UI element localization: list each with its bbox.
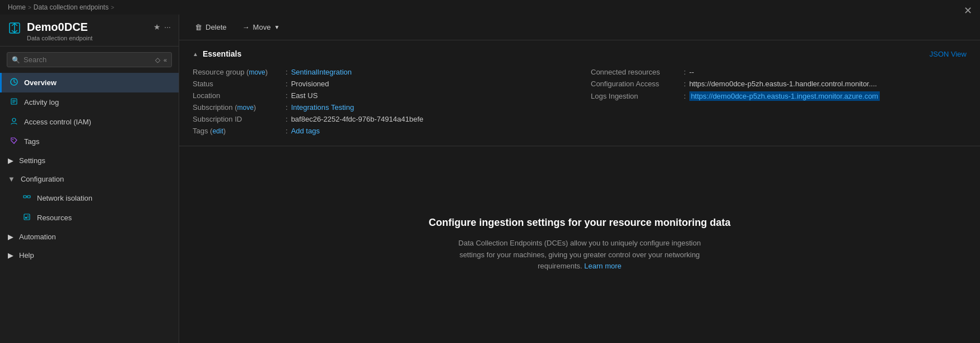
essentials-resource-group-row: Resource group (move) : SentinalIntegrat… (193, 66, 568, 78)
svg-rect-16 (27, 215, 29, 219)
json-view-link[interactable]: JSON View (930, 50, 967, 58)
help-expand-icon: ▶ (8, 251, 13, 259)
move-icon: → (242, 23, 250, 31)
breadcrumb: Home > Data collection endpoints > (0, 0, 980, 15)
location-label: Location (193, 91, 282, 100)
sidebar-item-tags[interactable]: Tags (0, 132, 179, 151)
learn-more-link[interactable]: Learn more (584, 262, 621, 270)
sidebar-item-resources[interactable]: Resources (0, 208, 179, 228)
promo-description: Data Collection Endpoints (DCEs) allow y… (445, 238, 714, 272)
search-box[interactable]: 🔍 ◇ « (7, 52, 172, 67)
essentials-header: ▲ Essentials JSON View (193, 49, 967, 58)
tags-label: Tags (edit) (193, 127, 282, 135)
svg-line-4 (14, 82, 16, 83)
breadcrumb-endpoints[interactable]: Data collection endpoints (34, 3, 109, 11)
overview-label: Overview (24, 78, 57, 87)
connected-resources-value: -- (689, 68, 694, 76)
dce-icon (8, 21, 21, 38)
status-label: Status (193, 80, 282, 88)
resources-icon (22, 213, 31, 223)
delete-icon: 🗑 (195, 23, 202, 31)
essentials-left-col: Resource group (move) : SentinalIntegrat… (193, 66, 568, 137)
sidebar: Demo0DCE Data collection endpoint ★ ··· … (0, 15, 179, 343)
tags-icon (10, 137, 18, 146)
delete-button[interactable]: 🗑 Delete (190, 20, 231, 34)
essentials-subscription-row: Subscription (move) : Integrations Testi… (193, 101, 568, 113)
essentials-connected-resources-row: Connected resources : -- (591, 66, 967, 78)
sidebar-item-help[interactable]: ▶ Help (0, 246, 179, 265)
breadcrumb-sep1: > (28, 4, 31, 11)
network-isolation-label: Network isolation (37, 194, 92, 202)
help-label: Help (19, 251, 34, 259)
sidebar-item-overview[interactable]: Overview (0, 73, 179, 92)
search-collapse-icon[interactable]: « (164, 57, 167, 63)
essentials-subscription-id-row: Subscription ID : baf8ec26-2252-4fdc-976… (193, 113, 568, 125)
essentials-title: Essentials (203, 49, 241, 58)
essentials-grid: Resource group (move) : SentinalIntegrat… (193, 66, 967, 137)
svg-rect-11 (24, 196, 26, 198)
subscription-move-link[interactable]: move (237, 104, 253, 112)
settings-label: Settings (19, 156, 45, 165)
resources-label: Resources (37, 214, 72, 222)
essentials-tags-row: Tags (edit) : Add tags (193, 125, 568, 137)
resource-group-value[interactable]: SentinalIntegration (291, 68, 352, 76)
network-isolation-icon (22, 193, 31, 203)
resource-info: Demo0DCE Data collection endpoint (27, 20, 148, 41)
resource-type: Data collection endpoint (27, 35, 148, 41)
essentials-logs-ingestion-row: Logs Ingestion : https://demo0dce-p5zh.e… (591, 90, 967, 103)
search-icon: 🔍 (12, 56, 20, 64)
promo-title: Configure ingestion settings for your re… (428, 217, 730, 229)
sidebar-item-network-isolation[interactable]: Network isolation (0, 188, 179, 208)
essentials-toggle-icon[interactable]: ▲ (193, 51, 198, 57)
essentials-status-row: Status : Provisioned (193, 78, 568, 90)
resource-header: Demo0DCE Data collection endpoint ★ ··· (0, 15, 179, 47)
move-button[interactable]: → Move ▼ (238, 20, 284, 34)
svg-point-9 (12, 118, 16, 122)
logs-ingestion-value[interactable]: https://demo0dce-p5zh.eastus-1.ingest.mo… (689, 91, 880, 101)
search-input[interactable] (24, 55, 152, 64)
sidebar-item-access-control[interactable]: Access control (IAM) (0, 112, 179, 132)
essentials-right-col: Connected resources : -- Configuration A… (591, 66, 967, 137)
subscription-value[interactable]: Integrations Testing (291, 103, 354, 112)
resource-group-label: Resource group (move) (193, 68, 282, 76)
activity-log-label: Activity log (24, 98, 59, 106)
config-access-value: https://demo0dce-p5zh.eastus-1.handler.c… (689, 80, 877, 88)
essentials-section: ▲ Essentials JSON View Resource group (m… (179, 40, 980, 146)
close-button[interactable]: ✕ (964, 4, 972, 17)
subscription-id-value: baf8ec26-2252-4fdc-976b-74914a41befe (291, 115, 423, 123)
settings-expand-icon: ▶ (8, 156, 13, 165)
svg-rect-12 (27, 196, 30, 198)
sidebar-item-configuration[interactable]: ▼ Configuration (0, 170, 179, 188)
resource-group-move-link[interactable]: move (249, 68, 265, 76)
status-value: Provisioned (291, 80, 329, 88)
sidebar-item-activity-log[interactable]: Activity log (0, 92, 179, 112)
breadcrumb-home[interactable]: Home (8, 3, 26, 11)
essentials-title-row: ▲ Essentials (193, 49, 241, 58)
sidebar-item-automation[interactable]: ▶ Automation (0, 228, 179, 246)
connected-resources-label: Connected resources (591, 68, 680, 76)
access-control-label: Access control (IAM) (24, 118, 91, 126)
subscription-label: Subscription (move) (193, 103, 282, 112)
automation-label: Automation (19, 233, 56, 241)
resource-name: Demo0DCE (27, 20, 148, 34)
content-area: 🗑 Delete → Move ▼ ▲ Essentials JSON View (179, 15, 980, 343)
configuration-label: Configuration (21, 175, 64, 183)
sidebar-item-settings[interactable]: ▶ Settings (0, 151, 179, 170)
essentials-location-row: Location : East US (193, 90, 568, 101)
logs-ingestion-label: Logs Ingestion (591, 92, 680, 100)
move-dropdown-icon: ▼ (274, 24, 279, 30)
subscription-id-label: Subscription ID (193, 115, 282, 123)
config-access-label: Configuration Access (591, 80, 680, 88)
breadcrumb-sep2: > (111, 4, 114, 11)
promo-section: Configure ingestion settings for your re… (179, 146, 980, 343)
location-value: East US (291, 91, 318, 100)
star-icon[interactable]: ★ (153, 22, 161, 31)
config-expand-icon: ▼ (8, 175, 15, 183)
tags-value[interactable]: Add tags (291, 127, 320, 135)
essentials-config-access-row: Configuration Access : https://demo0dce-… (591, 78, 967, 90)
svg-rect-15 (25, 217, 27, 219)
overview-icon (10, 78, 18, 87)
more-icon[interactable]: ··· (164, 22, 171, 31)
toolbar: 🗑 Delete → Move ▼ (179, 15, 980, 40)
tags-edit-link[interactable]: edit (212, 127, 223, 135)
